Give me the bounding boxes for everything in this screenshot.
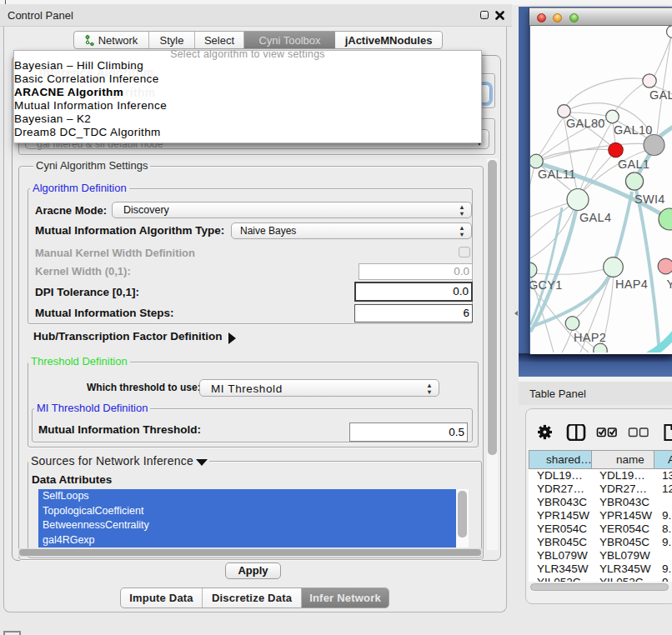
svg-text:GAL80: GAL80 [566, 117, 605, 130]
svg-text:SWI4: SWI4 [634, 192, 665, 206]
svg-text:HAP4: HAP4 [615, 278, 648, 291]
svg-text:GAL1: GAL1 [618, 158, 649, 171]
svg-text:GAL4: GAL4 [579, 211, 611, 224]
svg-text:Y: Y [667, 278, 672, 291]
svg-text:GAL10: GAL10 [614, 123, 653, 137]
svg-text:GAL8: GAL8 [649, 88, 672, 102]
svg-text:GCY1: GCY1 [530, 278, 563, 292]
svg-text:HAP2: HAP2 [574, 331, 606, 344]
svg-text:GAL11: GAL11 [538, 168, 576, 181]
